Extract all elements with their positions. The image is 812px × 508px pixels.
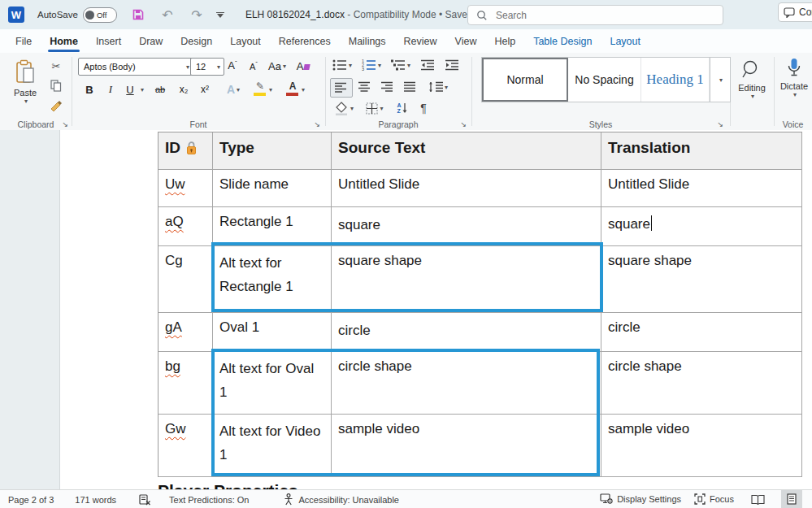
font-color-button[interactable]: A ▾ <box>281 79 309 100</box>
show-formatting-button[interactable]: ¶ <box>415 99 432 117</box>
undo-button[interactable]: ↶ <box>159 7 176 23</box>
cut-button[interactable]: ✂ <box>47 58 65 74</box>
clear-formatting-button[interactable]: A <box>293 57 314 75</box>
cell-translation[interactable]: circle shape <box>601 352 802 415</box>
tab-review[interactable]: Review <box>395 30 446 53</box>
proofing-errors-button[interactable] <box>139 494 151 506</box>
table-header-translation[interactable]: Translation <box>601 132 802 170</box>
bullets-button[interactable]: ▾ <box>330 57 354 73</box>
styles-gallery-more-button[interactable]: ▾ <box>710 58 730 102</box>
font-dialog-launcher[interactable]: ↘ <box>314 120 320 128</box>
clipboard-dialog-launcher[interactable]: ↘ <box>62 120 68 128</box>
save-button[interactable] <box>130 7 146 23</box>
dictate-button[interactable]: Dictate ▾ <box>775 56 812 116</box>
cell-type[interactable]: Oval 1 <box>213 313 332 352</box>
style-normal[interactable]: Normal <box>482 58 568 102</box>
increase-indent-button[interactable] <box>442 57 462 73</box>
shading-button[interactable]: ▾ <box>330 99 358 117</box>
word-logo-icon[interactable]: W <box>8 7 24 23</box>
print-layout-button[interactable] <box>781 490 802 508</box>
word-count[interactable]: 171 words <box>75 495 116 505</box>
document-page[interactable]: ID Type Source Text Translation Uw Slide… <box>59 130 812 489</box>
cell-id[interactable]: Uw <box>158 170 213 207</box>
grow-font-button[interactable]: Aˆ <box>223 57 242 75</box>
strikethrough-button[interactable]: ab <box>150 80 171 98</box>
customize-toolbar-button[interactable] <box>216 12 224 18</box>
underline-button[interactable]: U <box>122 80 138 98</box>
cell-id[interactable]: gA <box>158 313 213 352</box>
cell-translation[interactable]: square <box>601 207 802 246</box>
shrink-font-button[interactable]: Aˇ <box>244 57 263 75</box>
paragraph-dialog-launcher[interactable]: ↘ <box>460 120 467 128</box>
display-settings-button[interactable]: Display Settings <box>600 493 681 505</box>
align-right-button[interactable] <box>377 78 398 96</box>
font-name-combobox[interactable]: Aptos (Body) ▾ <box>78 58 193 76</box>
cell-type[interactable]: Rectangle 1 <box>213 207 332 246</box>
font-size-combobox[interactable]: 12 ▾ <box>190 58 224 76</box>
text-effects-button[interactable]: A ▾ <box>221 80 245 98</box>
cell-id[interactable]: bg <box>158 352 213 415</box>
redo-button[interactable]: ↷ <box>189 7 205 23</box>
cell-id[interactable]: aQ <box>158 207 213 246</box>
search-box[interactable] <box>467 5 723 25</box>
underline-options-button[interactable]: ▾ <box>137 80 146 98</box>
tab-help[interactable]: Help <box>485 30 524 53</box>
table-header-type[interactable]: Type <box>213 132 332 170</box>
cell-type[interactable]: Slide name <box>213 170 332 207</box>
editing-button[interactable]: Editing ▾ <box>733 58 771 116</box>
tab-view[interactable]: View <box>446 30 486 53</box>
styles-dialog-launcher[interactable]: ↘ <box>717 120 723 128</box>
change-case-button[interactable]: Aa ▾ <box>265 57 289 75</box>
document-area[interactable]: ID Type Source Text Translation Uw Slide… <box>0 130 812 489</box>
decrease-indent-button[interactable] <box>418 57 437 73</box>
align-center-button[interactable] <box>354 78 376 96</box>
focus-button[interactable]: Focus <box>694 493 734 505</box>
tab-design[interactable]: Design <box>172 30 221 53</box>
italic-button[interactable]: I <box>102 80 119 98</box>
cell-source[interactable]: square <box>332 207 601 246</box>
cell-source[interactable]: circle <box>332 313 601 352</box>
style-heading1[interactable]: Heading 1 <box>641 58 710 102</box>
cell-id[interactable]: Cg <box>158 246 213 313</box>
page-indicator[interactable]: Page 2 of 3 <box>8 495 54 505</box>
tab-insert[interactable]: Insert <box>87 30 130 53</box>
align-left-button[interactable] <box>330 78 353 98</box>
table-header-source[interactable]: Source Text <box>332 132 601 170</box>
tab-mailings[interactable]: Mailings <box>340 30 395 53</box>
tab-layout-contextual[interactable]: Layout <box>601 30 649 53</box>
style-no-spacing[interactable]: No Spacing <box>568 58 641 102</box>
superscript-button[interactable]: x² <box>195 80 215 98</box>
cell-translation[interactable]: circle <box>601 313 802 352</box>
search-input[interactable] <box>494 9 693 22</box>
sort-button[interactable]: AZ <box>392 99 413 117</box>
cell-translation[interactable]: square shape <box>601 246 802 313</box>
format-painter-button[interactable] <box>47 97 65 113</box>
paste-button[interactable]: Paste ▾ <box>7 56 44 118</box>
borders-button[interactable]: ▾ <box>361 99 389 117</box>
subscript-button[interactable]: x₂ <box>174 80 193 98</box>
cell-translation[interactable]: sample video <box>601 415 802 477</box>
bold-button[interactable]: B <box>81 80 98 98</box>
numbering-button[interactable]: 123 ▾ <box>359 57 384 73</box>
read-mode-button[interactable] <box>747 490 768 508</box>
cell-id[interactable]: Gw <box>158 415 213 477</box>
comments-button[interactable]: Comments <box>778 2 812 22</box>
accessibility-checker[interactable]: Accessibility: Unavailable <box>283 493 399 506</box>
document-title-area[interactable]: ELH 08162024_1.docx - Compatibility Mode… <box>245 9 483 20</box>
table-header-id[interactable]: ID <box>158 132 213 170</box>
cell-translation[interactable]: Untitled Slide <box>601 170 802 207</box>
copy-button[interactable] <box>47 77 65 93</box>
tab-references[interactable]: References <box>270 30 340 53</box>
tab-table-design[interactable]: Table Design <box>524 30 601 53</box>
highlight-button[interactable]: ✎ ▾ <box>249 79 276 100</box>
text-predictions[interactable]: Text Predictions: On <box>169 495 249 505</box>
autosave-toggle[interactable]: Off <box>83 7 117 23</box>
justify-button[interactable] <box>400 78 421 96</box>
cell-source[interactable]: Untitled Slide <box>332 170 601 207</box>
tab-file[interactable]: File <box>7 30 41 53</box>
tab-draw[interactable]: Draw <box>130 30 172 53</box>
line-spacing-button[interactable]: ▾ <box>424 78 452 96</box>
tab-home[interactable]: Home <box>41 30 87 53</box>
multilevel-list-button[interactable]: ▾ <box>389 57 413 73</box>
tab-layout[interactable]: Layout <box>221 30 270 53</box>
